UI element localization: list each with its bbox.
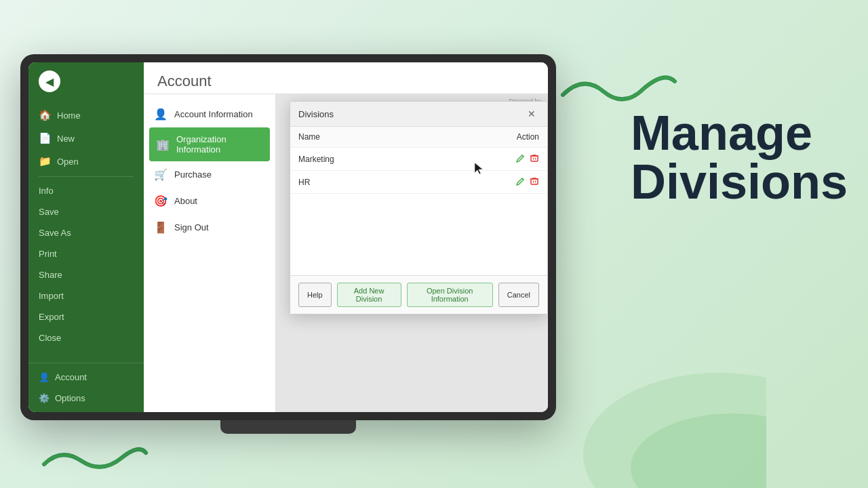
svg-rect-3 [531,179,538,184]
left-nav-account-info-label: Account Information [174,109,253,119]
sidebar-bottom: 👤 Account ⚙️ Options [28,363,144,412]
modal-title: Divisions [298,109,334,119]
sidebar-item-info[interactable]: Info [28,180,144,201]
nav-separator [39,176,134,177]
table-row: Marketing [290,148,547,171]
laptop-screen: ◀ 🏠 Home 📄 New 📁 [28,62,548,412]
laptop-body: ◀ 🏠 Home 📄 New 📁 [20,54,556,420]
left-nav-sign-out-label: Sign Out [174,222,209,232]
left-nav-org-info-label: Organization Information [176,134,263,155]
about-icon: 🎯 [154,195,167,207]
add-new-division-button[interactable]: Add New Division [337,283,401,307]
edit-marketing-button[interactable] [516,153,526,165]
modal-close-button[interactable]: ✕ [524,107,539,121]
left-nav-purchase-label: Purchase [174,169,212,180]
app-layout: ◀ 🏠 Home 📄 New 📁 [28,62,548,412]
main-content: Account 👤 Account Information 🏢 Organiza [144,62,548,412]
sidebar-item-close[interactable]: Close [28,327,144,348]
sidebar-item-save-as-label: Save As [39,228,71,238]
sidebar-item-save[interactable]: Save [28,201,144,222]
back-arrow-icon: ◀ [45,75,54,88]
sidebar-item-new-label: New [57,134,75,144]
sidebar-back-section: ◀ [28,62,144,100]
new-icon: 📄 [39,132,52,144]
edit-icon [516,176,526,186]
sidebar-item-export-label: Export [39,312,64,322]
sidebar-item-options[interactable]: ⚙️ Options [28,388,144,409]
sidebar-item-account-label: Account [55,372,87,382]
col-name-header: Name [298,132,320,142]
laptop-stand [220,420,356,434]
open-division-info-button[interactable]: Open Division Information [407,283,493,307]
cancel-button[interactable]: Cancel [498,283,539,307]
sidebar-item-share[interactable]: Share [28,264,144,285]
sidebar: ◀ 🏠 Home 📄 New 📁 [28,62,144,412]
org-info-icon: 🏢 [156,138,170,151]
back-button[interactable]: ◀ [39,70,60,92]
laptop-container: ◀ 🏠 Home 📄 New 📁 [20,54,556,434]
modal-body: Name Action Marketing [290,127,547,275]
modal-table-header: Name Action [290,127,547,148]
delete-icon [530,176,539,186]
table-row: HR [290,171,547,194]
account-info-icon: 👤 [154,108,167,121]
sidebar-item-export[interactable]: Export [28,306,144,327]
nav-section-items: Info Save Save As Print [28,180,144,348]
modal-footer: Help Add New Division Open Division Info… [290,275,547,314]
sidebar-item-print-label: Print [39,249,57,259]
sidebar-navigation: 🏠 Home 📄 New 📁 Open [28,100,144,363]
action-buttons-marketing [516,153,539,165]
svg-rect-2 [531,156,538,161]
sidebar-item-home-label: Home [57,110,81,121]
left-nav-panel: 👤 Account Information 🏢 Organization Inf… [144,94,276,412]
delete-icon [530,153,539,163]
delete-marketing-button[interactable] [530,153,539,165]
division-name-marketing: Marketing [298,155,334,164]
modal-empty-space [290,194,547,275]
sidebar-item-open[interactable]: 📁 Open [28,150,144,173]
delete-hr-button[interactable] [530,176,539,188]
help-button[interactable]: Help [298,283,332,307]
left-nav-sign-out[interactable]: 🚪 Sign Out [144,214,275,241]
sign-out-icon: 🚪 [154,221,167,234]
left-nav-about[interactable]: 🎯 About [144,188,275,214]
left-nav-org-info[interactable]: 🏢 Organization Information [149,127,270,161]
sidebar-item-options-label: Options [55,393,85,403]
right-panel: Powered by Organization Information Busi… [276,94,548,412]
content-area: 👤 Account Information 🏢 Organization Inf… [144,94,548,412]
page-header: Account [144,62,548,94]
modal-header: Divisions ✕ [290,102,547,127]
division-name-hr: HR [298,178,310,187]
divisions-modal: Divisions ✕ Name Action [290,101,548,314]
account-icon: 👤 [39,372,50,382]
sidebar-item-import-label: Import [39,291,64,301]
sidebar-item-save-label: Save [39,207,59,217]
sidebar-item-share-label: Share [39,270,62,280]
modal-overlay: Divisions ✕ Name Action [276,94,548,412]
sidebar-item-close-label: Close [39,333,61,343]
sidebar-item-import[interactable]: Import [28,285,144,306]
left-nav-about-label: About [174,196,197,206]
sidebar-item-info-label: Info [39,186,54,196]
sidebar-item-open-label: Open [57,157,79,167]
purchase-icon: 🛒 [154,168,167,181]
open-icon: 📁 [39,155,52,167]
options-icon: ⚙️ [39,393,50,403]
page-title: Account [157,73,212,89]
edit-hr-button[interactable] [516,176,526,188]
sidebar-item-home[interactable]: 🏠 Home [28,104,144,127]
sidebar-item-save-as[interactable]: Save As [28,222,144,243]
left-nav-purchase[interactable]: 🛒 Purchase [144,161,275,188]
col-action-header: Action [517,132,539,142]
sidebar-item-print[interactable]: Print [28,243,144,264]
sidebar-item-new[interactable]: 📄 New [28,127,144,150]
left-nav-account-info[interactable]: 👤 Account Information [144,101,275,127]
action-buttons-hr [516,176,539,188]
sidebar-item-account[interactable]: 👤 Account [28,367,144,388]
home-icon: 🏠 [39,109,52,121]
edit-icon [516,153,526,163]
